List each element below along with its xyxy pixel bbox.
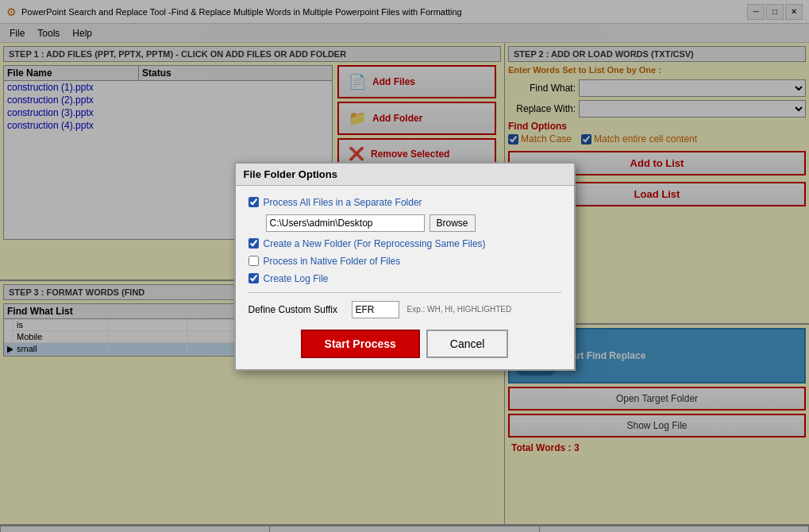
modal-option3-label: Process in Native Folder of Files [264, 256, 401, 267]
modal-option4-checkbox[interactable] [248, 273, 259, 283]
modal-option2-row[interactable]: Create a New Folder (For Reprocessing Sa… [248, 238, 561, 249]
modal-option4-row[interactable]: Create Log File [248, 273, 561, 284]
modal-folder-path-input[interactable] [266, 214, 425, 232]
cancel-button[interactable]: Cancel [426, 330, 509, 358]
modal-suffix-label: Define Custom Suffix [248, 304, 344, 315]
modal-suffix-input[interactable] [352, 301, 399, 318]
modal-content: Process All Files in a Separate Folder B… [236, 186, 574, 369]
modal-option2-checkbox[interactable] [248, 238, 259, 249]
modal-suffix-example: Exp.: WH, HI, HIGHLIGHTED [407, 305, 512, 314]
modal-divider [248, 292, 561, 293]
modal-option1-label: Process All Files in a Separate Folder [264, 197, 422, 208]
modal-title: File Folder Options [236, 164, 574, 186]
modal-dialog: File Folder Options Process All Files in… [234, 162, 576, 371]
modal-option3-checkbox[interactable] [248, 256, 259, 266]
modal-option3-row[interactable]: Process in Native Folder of Files [248, 256, 561, 267]
modal-suffix-row: Define Custom Suffix Exp.: WH, HI, HIGHL… [248, 301, 561, 318]
modal-option1-checkbox[interactable] [248, 197, 259, 207]
modal-button-row: Start Process Cancel [248, 326, 561, 358]
modal-option2-label: Create a New Folder (For Reprocessing Sa… [264, 238, 486, 249]
modal-option4-label: Create Log File [264, 273, 329, 284]
modal-overlay: File Folder Options Process All Files in… [0, 0, 809, 532]
modal-browse-button[interactable]: Browse [430, 214, 476, 232]
modal-folder-row: Browse [248, 214, 561, 232]
start-process-button[interactable]: Start Process [301, 330, 420, 358]
modal-option1-row[interactable]: Process All Files in a Separate Folder [248, 197, 561, 208]
